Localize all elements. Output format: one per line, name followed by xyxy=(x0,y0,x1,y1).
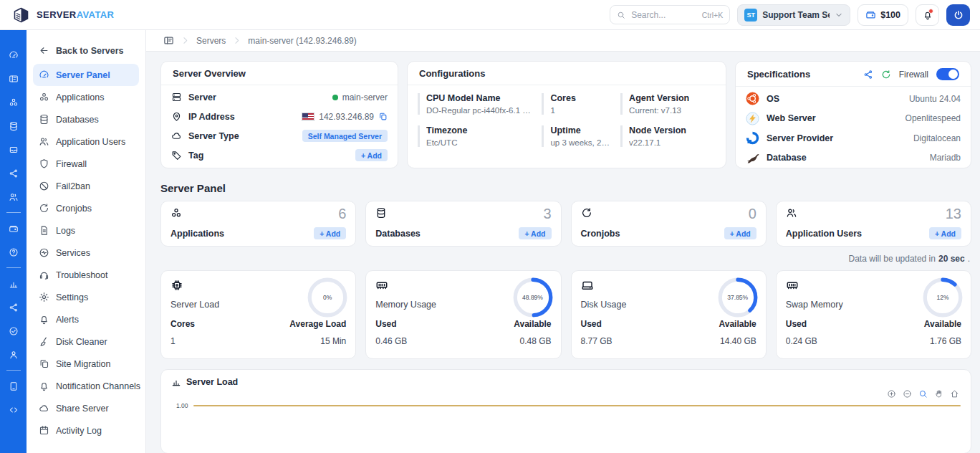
rail-monitoring-icon[interactable] xyxy=(0,272,27,295)
rail-api-icon[interactable] xyxy=(0,398,27,421)
sidebar-toggle-icon[interactable] xyxy=(163,35,174,46)
sidebar-item-share-server[interactable]: Share Server xyxy=(33,397,139,419)
sidebar-item-activity-log[interactable]: Activity Log xyxy=(33,419,139,442)
sidebar-item-services[interactable]: Services xyxy=(33,242,139,264)
selection-zoom-icon[interactable] xyxy=(918,389,928,399)
global-search: Ctrl+K xyxy=(610,5,730,24)
hive-icon xyxy=(170,207,182,219)
configurations-card: Configurations CPU Model NameDO-Regular … xyxy=(407,61,726,168)
sidebar-item-applications[interactable]: Applications xyxy=(33,86,139,108)
refresh-icon[interactable] xyxy=(881,70,891,80)
countdown-value: 20 sec xyxy=(938,254,965,264)
tag-icon xyxy=(171,150,182,161)
openlitespeed-logo-icon xyxy=(746,112,759,125)
sidebar-item-site-migration[interactable]: Site Migration xyxy=(33,353,139,375)
rail-applications-icon[interactable] xyxy=(0,90,27,114)
notifications-button[interactable] xyxy=(916,4,939,26)
rail-servers-icon[interactable] xyxy=(0,67,27,90)
rail-help-icon[interactable] xyxy=(0,240,27,264)
sidebar-back-to-servers[interactable]: Back to Servers xyxy=(33,39,139,62)
rail-kanban-icon[interactable] xyxy=(0,374,27,398)
bar-chart-icon xyxy=(171,377,181,387)
add-database-button[interactable]: + Add xyxy=(519,227,551,239)
shield-icon xyxy=(39,158,49,169)
database-icon xyxy=(375,207,387,219)
zoom-in-icon[interactable] xyxy=(887,389,896,399)
server-stack-icon xyxy=(171,92,182,102)
cloud-icon xyxy=(171,130,182,141)
add-tag-button[interactable]: + Add xyxy=(355,149,388,161)
config-uptime: Uptimeup 3 weeks, 2 days, 8 hours, ... xyxy=(542,125,610,147)
sidebar-item-application-users[interactable]: Application Users xyxy=(33,130,139,153)
rail-account-icon[interactable] xyxy=(0,343,27,366)
specifications-card: Specifications Firewall OS Ubuntu 24. xyxy=(735,61,971,168)
rail-billing-icon[interactable] xyxy=(0,216,27,240)
application-users-count-card[interactable]: 13 Application Users+ Add xyxy=(776,201,971,247)
firewall-toggle[interactable] xyxy=(936,68,959,80)
power-icon xyxy=(953,10,964,20)
sidebar: Back to Servers Server Panel Application… xyxy=(27,30,146,453)
breadcrumb-current-server[interactable]: main-server (142.93.246.89) xyxy=(248,36,356,46)
brand-logo[interactable]: SERVERAVATAR xyxy=(11,5,114,24)
share-icon[interactable] xyxy=(863,70,873,80)
sidebar-item-settings[interactable]: Settings xyxy=(33,286,139,308)
rail-dashboard-icon[interactable] xyxy=(0,43,27,67)
applications-count: 6 xyxy=(338,206,346,221)
sidebar-item-notification-channels[interactable]: Notification Channels xyxy=(33,375,139,397)
reset-home-icon[interactable] xyxy=(950,389,959,399)
rail-network-icon[interactable] xyxy=(0,161,27,185)
rail-teams-icon[interactable] xyxy=(0,185,27,209)
spec-os-row: OS Ubuntu 24.04 xyxy=(746,89,961,109)
headset-icon xyxy=(39,270,49,280)
server-load-gauge: 0% xyxy=(307,277,347,318)
chart-plot-area[interactable]: 1.00 xyxy=(171,402,961,409)
search-input[interactable] xyxy=(630,9,698,21)
copy-ip-icon[interactable] xyxy=(378,112,388,121)
rail-integrations-icon[interactable] xyxy=(0,295,27,319)
sidebar-item-cronjobs[interactable]: Cronjobs xyxy=(33,197,139,219)
cronjobs-count-card[interactable]: 0 Cronjobs+ Add xyxy=(571,201,767,247)
disk-usage-gauge: 37.85% xyxy=(718,277,758,318)
databases-count-card[interactable]: 3 Databases+ Add xyxy=(365,201,561,247)
sidebar-item-fail2ban[interactable]: Fail2ban xyxy=(33,175,139,197)
search-icon xyxy=(617,11,625,19)
chevron-right-icon xyxy=(181,36,190,45)
refresh-icon xyxy=(581,207,592,219)
ubuntu-logo-icon xyxy=(746,92,759,105)
rail-databases-icon[interactable] xyxy=(0,114,27,138)
wallet-balance-button[interactable]: $100 xyxy=(858,4,908,26)
sidebar-item-alerts[interactable]: Alerts xyxy=(33,308,139,330)
add-cronjob-button[interactable]: + Add xyxy=(724,227,756,239)
applications-count-card[interactable]: 6 Applications+ Add xyxy=(160,201,356,247)
config-node-version: Node Versionv22.17.1 xyxy=(620,125,716,147)
add-application-user-button[interactable]: + Add xyxy=(929,227,961,239)
sidebar-item-firewall[interactable]: Firewall xyxy=(33,153,139,175)
sidebar-item-server-panel[interactable]: Server Panel xyxy=(33,64,139,86)
team-selector-dropdown[interactable]: ST Support Team Se... xyxy=(737,4,850,26)
logout-power-button[interactable] xyxy=(946,4,970,26)
rail-divider xyxy=(6,212,21,213)
hive-icon xyxy=(39,92,49,102)
spec-provider-row: Server Provider Digitalocean xyxy=(746,128,961,148)
zoom-out-icon[interactable] xyxy=(903,389,912,399)
update-countdown-note: Data will be updated in20 sec. xyxy=(160,254,970,264)
chart-toolbar xyxy=(171,389,961,399)
wallet-icon xyxy=(865,9,876,20)
spec-webserver-row: Web Server Openlitespeed xyxy=(746,109,961,129)
users-icon xyxy=(39,136,49,147)
sidebar-item-databases[interactable]: Databases xyxy=(33,108,139,130)
us-flag-icon xyxy=(302,113,314,121)
add-application-button[interactable]: + Add xyxy=(314,227,346,239)
rail-status-icon[interactable] xyxy=(0,319,27,343)
sidebar-item-troubleshoot[interactable]: Troubleshoot xyxy=(33,264,139,286)
databases-count: 3 xyxy=(543,206,551,221)
ban-icon xyxy=(39,181,49,191)
status-dot xyxy=(332,95,338,100)
refresh-icon xyxy=(39,203,49,214)
rail-inbox-icon[interactable] xyxy=(0,138,27,161)
overview-ip-row: IP Address 142.93.246.89 xyxy=(171,107,388,126)
breadcrumb-servers[interactable]: Servers xyxy=(196,36,226,46)
sidebar-item-disk-cleaner[interactable]: Disk Cleaner xyxy=(33,330,139,353)
sidebar-item-logs[interactable]: Logs xyxy=(33,219,139,242)
pan-hand-icon[interactable] xyxy=(934,389,943,399)
